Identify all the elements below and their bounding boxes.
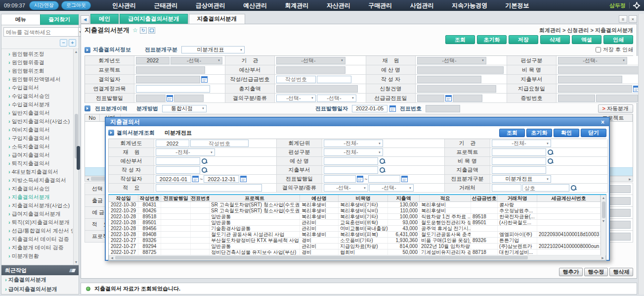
m-memo-input[interactable] [156, 184, 262, 192]
sidebar-menu-item[interactable]: 지출결의서분개 [4, 193, 73, 201]
document-tab[interactable]: 메인 [90, 14, 119, 24]
modal-table-row[interactable]: 2022-10-28 89501 일반공통 관리비 교육훈련비(위탁) 93,0… [109, 220, 601, 226]
toolbar-button[interactable]: 저장 [509, 35, 538, 44]
m-decision-kind-select[interactable]: -선택-▼ [369, 184, 414, 192]
m-spend-dept-input[interactable] [324, 166, 378, 174]
row-edit-button[interactable]: 행수정 [584, 268, 608, 276]
modal-table-header-cell[interactable]: 세금계산서번호 [537, 195, 601, 201]
project-input[interactable] [136, 66, 205, 74]
toolbar-button[interactable]: 초기화 [477, 35, 507, 44]
sidebar-menu-item[interactable]: 4대보험지출결의서 [4, 168, 73, 176]
sidebar-menu-item[interactable]: 지출결의서분개(사업소) [4, 201, 73, 210]
m-slip-issue-to-input[interactable] [368, 175, 400, 183]
modal-action-button[interactable]: 닫기 [581, 129, 606, 137]
spend-dept-input[interactable] [558, 76, 622, 83]
global-menu-item[interactable]: 기본정보 [506, 1, 529, 10]
sidebar-menu-item[interactable]: 여비지출결의서 [4, 126, 73, 134]
sidebar-menu-item[interactable]: 선급/통합결의서 계산서 연 [4, 227, 73, 235]
writer-input[interactable] [417, 76, 481, 83]
calendar-icon[interactable] [240, 176, 247, 182]
sidebar-menu-item[interactable]: 일반지출결의서 [4, 109, 73, 117]
modal-table-header-cell[interactable]: 지출액 [388, 195, 420, 201]
main-vertical-scrollbar[interactable] [638, 14, 644, 295]
row-edit-button[interactable]: 행추가 [559, 268, 583, 276]
modal-action-button[interactable]: 초기화 [526, 129, 552, 137]
slip-issue-date-input[interactable] [352, 105, 387, 112]
sidebar-menu-item[interactable]: 원인행위조회 [4, 67, 73, 75]
m-slip-issue-from-input[interactable] [324, 175, 356, 183]
modal-table-row[interactable]: 2022-10-27 89294 일반공통 관리비 지급임차료(차량) 814,… [109, 244, 601, 249]
slip-issue-date-input[interactable] [136, 95, 166, 102]
calendar-icon[interactable] [389, 105, 396, 112]
scroll-left-icon[interactable]: ◀ [85, 177, 90, 181]
scroll-right-icon[interactable]: ▶ [600, 256, 605, 259]
modal-table-row[interactable]: 2022-10-29 80426 SR 고속철도차량(SRT) 청소사업(수도권… [109, 208, 601, 214]
global-menu-item[interactable]: 급상여관리 [196, 1, 225, 10]
sidebar-splitter-handle[interactable] [77, 146, 80, 170]
sidebar-menu-item[interactable]: 수입결의서승인 [4, 92, 73, 100]
expand-all-button[interactable]: + [69, 39, 76, 47]
m-writer-input[interactable] [156, 166, 200, 174]
sidebar-tab-menu[interactable]: 메뉴 [1, 14, 40, 25]
document-tab[interactable]: 지출결의서분개 [189, 14, 246, 24]
slip-issue-no-input[interactable] [174, 95, 204, 102]
sidebar-menu-item[interactable]: 수입결의서 [4, 84, 73, 92]
modal-table-header-cell[interactable]: 거래처명 [498, 195, 537, 201]
print-after-save-checkbox[interactable] [596, 47, 601, 52]
global-menu-item[interactable]: 근태관리 [154, 1, 177, 10]
modal-action-button[interactable]: 확인 [554, 129, 579, 137]
auto-journal-button[interactable]: >자동분개 [598, 104, 633, 113]
m-item-name-input[interactable] [492, 157, 546, 165]
evidence-no-input-2[interactable] [596, 95, 638, 102]
toolbar-button[interactable]: 엑셀 [572, 35, 601, 44]
toolbar-button[interactable]: 인쇄 [603, 35, 633, 44]
detail-side-field[interactable] [607, 209, 631, 217]
write-no-input[interactable] [276, 76, 316, 83]
scroll-up-icon[interactable]: ▲ [75, 49, 78, 54]
menu-search-input[interactable] [3, 27, 79, 37]
budget-dept-input[interactable] [276, 66, 345, 74]
detail-side-field[interactable] [607, 233, 631, 241]
evidence-no-input-1[interactable] [558, 95, 595, 102]
fund-select[interactable]: -선택-▼ [417, 57, 486, 64]
m-write-no-input[interactable] [190, 140, 249, 147]
global-menu-item[interactable]: 사업관리 [410, 1, 434, 10]
modal-table-row[interactable]: 2022-10-30 80431 SR 고속철도차량(SRT) 청소사업(수도권… [109, 202, 601, 208]
modal-table-header-cell[interactable]: 선급금번호 [471, 195, 498, 201]
modal-table-row[interactable]: 2022-10-28 89408 철도기관 공동사옥 시설관리 사업 복리후생비… [109, 232, 601, 238]
calendar-icon[interactable] [445, 95, 452, 101]
modal-table-header-cell[interactable]: 작성번호 [138, 195, 161, 201]
modal-title-bar[interactable]: 지출결의서 × [106, 118, 609, 126]
search-lookup-icon[interactable] [379, 158, 386, 164]
fiscal-year-select[interactable]: -선택-▼ [171, 57, 222, 64]
detail-side-field[interactable] [607, 197, 631, 205]
calendar-icon[interactable] [357, 176, 363, 182]
search-lookup-icon[interactable] [547, 149, 554, 155]
modal-table-header-cell[interactable]: 작성일 [109, 195, 138, 201]
calendar-icon[interactable] [192, 176, 199, 182]
item-name-input[interactable] [558, 66, 644, 74]
decision-kind-select[interactable]: -선택-▼ [317, 95, 356, 102]
modal-table-header-cell[interactable]: 적요 [420, 195, 471, 201]
modal-table-header-cell[interactable]: 비목명 [339, 195, 388, 201]
favorite-star-icon[interactable]: ☆ [132, 27, 138, 34]
scrollbar-thumb[interactable] [602, 201, 605, 218]
m-comp-select[interactable]: -전체-▼ [324, 148, 383, 156]
global-menu-item[interactable]: 구매관리 [368, 1, 392, 10]
scroll-left-icon[interactable]: ◀ [109, 256, 115, 259]
journal-method-select[interactable]: 통합시점▼ [162, 105, 207, 112]
sidebar-menu-item[interactable]: 급여지출결의서분개 [4, 210, 73, 218]
decision-date-input[interactable] [136, 76, 200, 83]
m-date-to-input[interactable] [204, 175, 239, 183]
scroll-right-icon[interactable]: ▶ [627, 177, 633, 181]
gear-icon[interactable] [633, 2, 640, 9]
sidebar-menu-item[interactable]: 퇴직(외)지출결의서분개 [4, 218, 73, 227]
modal-table-row[interactable]: 2022-10-27 89326 부산철도차량정비단 KTX 부품세척 사업 경… [109, 238, 601, 244]
advance-slip-no-input[interactable] [453, 95, 482, 102]
document-tab[interactable]: 급여지출결의서분개 [120, 14, 188, 24]
m-amount-input[interactable] [492, 166, 546, 174]
global-menu-item[interactable]: 회계관리 [285, 1, 309, 10]
calendar-icon[interactable] [401, 176, 408, 182]
slip-division-select[interactable]: 미분개전표 ▼ [181, 46, 245, 53]
m-vendor-code-input[interactable] [492, 184, 521, 192]
